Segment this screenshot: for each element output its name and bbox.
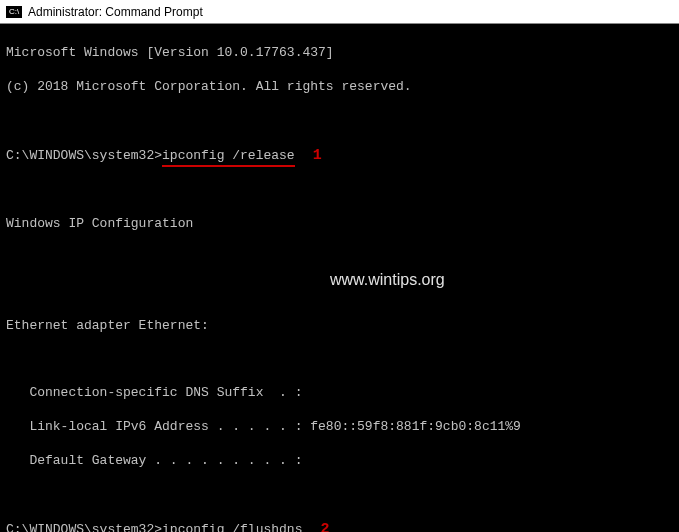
window-title: Administrator: Command Prompt <box>28 5 203 19</box>
annotation-number-1: 1 <box>313 147 322 164</box>
wic-header-1: Windows IP Configuration <box>6 216 673 233</box>
watermark: www.wintips.org <box>330 270 445 291</box>
title-bar[interactable]: C:\ Administrator: Command Prompt <box>0 0 679 24</box>
adapter-header-1: Ethernet adapter Ethernet: <box>6 318 673 335</box>
gateway-empty: Default Gateway . . . . . . . . . : <box>6 453 673 470</box>
version-line: Microsoft Windows [Version 10.0.17763.43… <box>6 45 673 62</box>
dns-suffix-1: Connection-specific DNS Suffix . : <box>6 385 673 402</box>
copyright-line: (c) 2018 Microsoft Corporation. All righ… <box>6 79 673 96</box>
command-line-1: C:\WINDOWS\system32>ipconfig /release1 <box>6 146 673 166</box>
cmd-release: ipconfig /release <box>162 148 295 163</box>
command-line-2: C:\WINDOWS\system32>ipconfig /flushdns2 <box>6 520 673 532</box>
terminal-output[interactable]: Microsoft Windows [Version 10.0.17763.43… <box>0 24 679 532</box>
cmd-icon: C:\ <box>6 6 22 18</box>
annotation-underline-1 <box>162 165 295 167</box>
cmd-flushdns: ipconfig /flushdns <box>162 522 302 532</box>
annotation-number-2: 2 <box>320 521 329 532</box>
ipv6-1: Link-local IPv6 Address . . . . . : fe80… <box>6 419 673 436</box>
